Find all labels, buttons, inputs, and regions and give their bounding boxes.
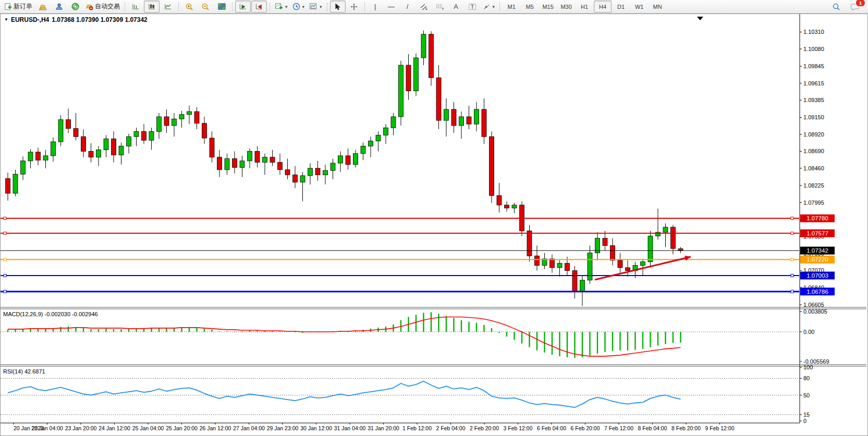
line-handle[interactable] (4, 258, 6, 261)
trendline-tool[interactable]: / (400, 1, 415, 13)
candlestick-icon (148, 3, 156, 10)
line-chart-icon (164, 3, 172, 10)
templates-button[interactable]: ▾ (307, 1, 324, 13)
timeframe-button-mn[interactable]: MN (649, 1, 666, 13)
candle-body (270, 157, 275, 163)
candle-body (263, 157, 267, 163)
timeframe-button-h4[interactable]: H4 (594, 1, 612, 13)
candle-body (527, 231, 532, 256)
indicators-icon (275, 3, 283, 10)
signals-button[interactable] (67, 1, 83, 13)
market-watch-button[interactable] (35, 1, 51, 13)
community-button[interactable] (51, 1, 67, 13)
candle-body (51, 142, 56, 156)
time-axis-label: 6 Feb 20:00 (570, 425, 600, 431)
candle-body (361, 146, 365, 154)
auto-scroll-button[interactable] (235, 1, 251, 13)
chart-shift-button[interactable] (251, 1, 267, 13)
candle-body (285, 170, 290, 175)
horizontal-line-tool[interactable]: — (384, 1, 399, 13)
tile-windows-button[interactable] (214, 1, 229, 13)
chevron-down-icon: ▾ (320, 4, 322, 9)
time-axis-label: 8 Feb 04:00 (638, 425, 667, 431)
chart-shift-marker[interactable] (697, 17, 703, 20)
candle-body (13, 174, 18, 193)
candle-body (112, 139, 116, 155)
line-handle[interactable] (791, 232, 793, 234)
candle-body (240, 161, 244, 168)
time-axis-label: 26 Jan 12:00 (200, 425, 231, 431)
line-handle[interactable] (4, 232, 6, 234)
equidistant-channel-tool[interactable]: E (416, 1, 432, 13)
line-handle[interactable] (791, 258, 793, 261)
trendline-icon: / (407, 3, 409, 10)
text-label-tool[interactable]: T (464, 1, 480, 13)
candle-body (663, 227, 668, 232)
candle-body (74, 129, 78, 137)
toolbar-grip (270, 3, 270, 11)
chevron-down-icon: ▾ (302, 4, 305, 9)
timeframe-button-m5[interactable]: M5 (521, 1, 539, 13)
svg-text:E: E (425, 7, 427, 10)
macd-histogram-layer (8, 312, 681, 358)
candle-body (557, 263, 562, 267)
candle-body (149, 131, 154, 140)
line-handle[interactable] (4, 290, 6, 293)
line-chart-button[interactable] (160, 1, 176, 13)
candle-body (580, 280, 585, 291)
periods-button[interactable]: ▾ (290, 1, 307, 13)
indicators-button[interactable]: ▾ (273, 1, 290, 13)
line-handle[interactable] (4, 217, 6, 220)
timeframe-button-m1[interactable]: M1 (503, 1, 520, 13)
arrows-tool[interactable]: ▾ (481, 1, 497, 13)
candle-body (444, 109, 449, 120)
auto-trading-button[interactable]: 自动交易 (83, 1, 122, 13)
line-handle[interactable] (791, 217, 793, 220)
candlestick-chart-button[interactable] (144, 1, 160, 13)
timeframe-button-h1[interactable]: H1 (576, 1, 593, 13)
candle-body (104, 139, 108, 150)
candle-body (535, 256, 540, 265)
crosshair-tool-button[interactable] (346, 1, 362, 13)
price-axis-label: 1.10310 (803, 29, 824, 35)
timeframe-button-m30[interactable]: M30 (557, 1, 575, 13)
cursor-tool-button[interactable] (330, 1, 346, 13)
line-handle[interactable] (4, 274, 6, 277)
bar-chart-button[interactable] (128, 1, 143, 13)
zoom-in-button[interactable] (181, 1, 197, 13)
line-handle[interactable] (791, 274, 793, 277)
timeframe-button-d1[interactable]: D1 (612, 1, 630, 13)
timeframe-button-m15[interactable]: M15 (539, 1, 557, 13)
arrows-icon (483, 3, 491, 10)
notifications-button[interactable]: 1 (847, 1, 863, 13)
time-axis-label: 23 Jan 20:00 (65, 425, 97, 431)
fibonacci-tool[interactable]: F (432, 1, 448, 13)
price-tag-value: 1.07220 (806, 256, 828, 263)
zoom-out-button[interactable] (198, 1, 213, 13)
vertical-line-tool[interactable]: | (368, 1, 383, 13)
price-axis-label: 1.08460 (803, 165, 824, 171)
candle-body (323, 170, 328, 175)
candle-body (58, 120, 63, 142)
price-axis-label: 1.09615 (803, 80, 824, 86)
candle-body (6, 179, 10, 193)
line-handle[interactable] (791, 290, 793, 293)
price-chart-svg[interactable]: 20 Jan 202323 Jan 04:0023 Jan 20:0024 Ja… (1, 14, 866, 434)
timeframe-button-w1[interactable]: W1 (630, 1, 648, 13)
zoom-out-icon (201, 3, 210, 11)
search-button[interactable] (828, 1, 844, 13)
time-axis-label: 25 Jan 20:00 (166, 425, 198, 431)
text-tool[interactable]: A (448, 1, 464, 13)
new-order-button[interactable]: 新订单 (2, 1, 34, 13)
channel-icon: E (420, 3, 428, 10)
candle-body (179, 115, 184, 119)
mt4-application: { "toolbar": { "new_order_label": "新订单",… (0, 0, 868, 436)
bar-chart-icon (132, 3, 140, 10)
candle-body (338, 156, 343, 163)
candle-body (278, 163, 283, 170)
toolbar-grip (178, 3, 179, 11)
candle-body (217, 157, 222, 170)
candle-body (315, 168, 320, 175)
tile-windows-icon (218, 3, 226, 10)
auto-scroll-icon (239, 3, 247, 10)
